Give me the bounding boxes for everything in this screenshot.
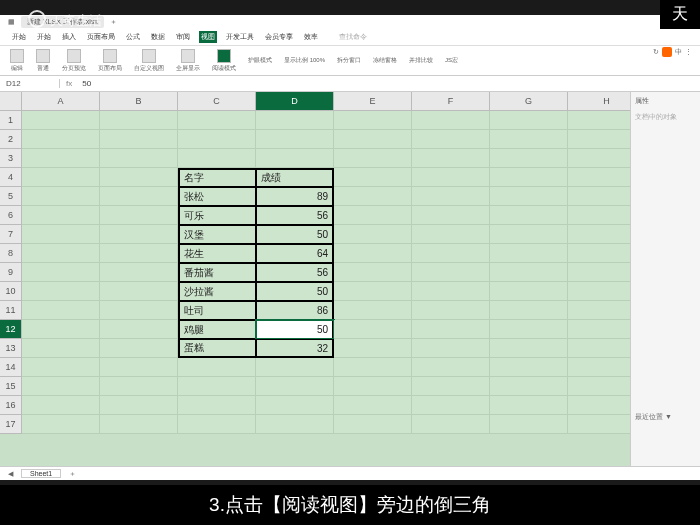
ribbon-split[interactable]: 拆分窗口 [337, 56, 361, 65]
cell-D16[interactable] [256, 396, 334, 415]
cell-D12[interactable]: 50 [256, 320, 334, 339]
cell-A16[interactable] [22, 396, 100, 415]
cell-B7[interactable] [100, 225, 178, 244]
cell-B16[interactable] [100, 396, 178, 415]
cell-G1[interactable] [490, 111, 568, 130]
cell-G8[interactable] [490, 244, 568, 263]
ribbon-layout[interactable]: 页面布局 [98, 49, 122, 73]
cell-C12[interactable]: 鸡腿 [178, 320, 256, 339]
row-header-3[interactable]: 3 [0, 149, 22, 168]
ribbon-fullscreen[interactable]: 全屏显示 [176, 49, 200, 73]
cell-A3[interactable] [22, 149, 100, 168]
col-header-C[interactable]: C [178, 92, 256, 111]
sync-icon[interactable]: ↻ [653, 48, 659, 56]
cell-E10[interactable] [334, 282, 412, 301]
cell-H6[interactable] [568, 206, 630, 225]
cell-B10[interactable] [100, 282, 178, 301]
cell-D10[interactable]: 50 [256, 282, 334, 301]
cell-D6[interactable]: 56 [256, 206, 334, 225]
row-header-14[interactable]: 14 [0, 358, 22, 377]
cell-E17[interactable] [334, 415, 412, 434]
cell-G15[interactable] [490, 377, 568, 396]
cell-E11[interactable] [334, 301, 412, 320]
cell-G16[interactable] [490, 396, 568, 415]
cell-E13[interactable] [334, 339, 412, 358]
row-header-8[interactable]: 8 [0, 244, 22, 263]
cell-B4[interactable] [100, 168, 178, 187]
cell-B11[interactable] [100, 301, 178, 320]
menu-item[interactable]: 开始 [35, 31, 53, 43]
cell-F2[interactable] [412, 130, 490, 149]
cell-G10[interactable] [490, 282, 568, 301]
cell-B9[interactable] [100, 263, 178, 282]
panel-recent[interactable]: 最近位置 ▼ [635, 412, 696, 422]
cell-A11[interactable] [22, 301, 100, 320]
cell-C8[interactable]: 花生 [178, 244, 256, 263]
col-header-A[interactable]: A [22, 92, 100, 111]
cell-C13[interactable]: 蛋糕 [178, 339, 256, 358]
col-header-H[interactable]: H [568, 92, 630, 111]
side-panel[interactable]: 属性 文档中的对象 最近位置 ▼ [630, 92, 700, 466]
cell-C6[interactable]: 可乐 [178, 206, 256, 225]
col-header-B[interactable]: B [100, 92, 178, 111]
cell-B17[interactable] [100, 415, 178, 434]
cell-G4[interactable] [490, 168, 568, 187]
col-header-E[interactable]: E [334, 92, 412, 111]
cell-D9[interactable]: 56 [256, 263, 334, 282]
cell-E12[interactable] [334, 320, 412, 339]
cell-C9[interactable]: 番茄酱 [178, 263, 256, 282]
sheet-nav-prev[interactable]: ◀ [8, 470, 13, 478]
name-box[interactable]: D12 [0, 79, 60, 88]
cell-A8[interactable] [22, 244, 100, 263]
cell-G13[interactable] [490, 339, 568, 358]
cell-C7[interactable]: 汉堡 [178, 225, 256, 244]
cell-G3[interactable] [490, 149, 568, 168]
cell-D5[interactable]: 89 [256, 187, 334, 206]
cell-H5[interactable] [568, 187, 630, 206]
sogou-icon[interactable] [662, 47, 672, 57]
menu-item[interactable]: 会员专享 [263, 31, 295, 43]
menu-item-view[interactable]: 视图 [199, 31, 217, 43]
menu-item[interactable]: 数据 [149, 31, 167, 43]
cell-F7[interactable] [412, 225, 490, 244]
cell-A5[interactable] [22, 187, 100, 206]
row-header-4[interactable]: 4 [0, 168, 22, 187]
cell-E7[interactable] [334, 225, 412, 244]
cell-D8[interactable]: 64 [256, 244, 334, 263]
cell-H17[interactable] [568, 415, 630, 434]
cell-D17[interactable] [256, 415, 334, 434]
ribbon-freeze[interactable]: 冻结窗格 [373, 56, 397, 65]
cell-B12[interactable] [100, 320, 178, 339]
sheet-tab[interactable]: Sheet1 [21, 469, 61, 478]
row-header-6[interactable]: 6 [0, 206, 22, 225]
cell-A7[interactable] [22, 225, 100, 244]
menu-item[interactable]: 开发工具 [224, 31, 256, 43]
cell-H11[interactable] [568, 301, 630, 320]
cell-B14[interactable] [100, 358, 178, 377]
formula-input[interactable]: 50 [78, 79, 700, 88]
cell-E14[interactable] [334, 358, 412, 377]
cell-D3[interactable] [256, 149, 334, 168]
cell-F10[interactable] [412, 282, 490, 301]
cell-C11[interactable]: 吐司 [178, 301, 256, 320]
cell-F3[interactable] [412, 149, 490, 168]
cell-F14[interactable] [412, 358, 490, 377]
menu-item[interactable]: 插入 [60, 31, 78, 43]
cell-E9[interactable] [334, 263, 412, 282]
cell-E16[interactable] [334, 396, 412, 415]
ribbon-eye[interactable]: 护眼模式 [248, 56, 272, 65]
cell-F5[interactable] [412, 187, 490, 206]
menu-item[interactable]: 审阅 [174, 31, 192, 43]
cell-A12[interactable] [22, 320, 100, 339]
cell-G11[interactable] [490, 301, 568, 320]
cell-D4[interactable]: 成绩 [256, 168, 334, 187]
cell-G12[interactable] [490, 320, 568, 339]
cell-B5[interactable] [100, 187, 178, 206]
cell-G6[interactable] [490, 206, 568, 225]
search-commands[interactable]: 查找命令 [337, 31, 369, 43]
ribbon-pagebreak[interactable]: 分页预览 [62, 49, 86, 73]
cell-C15[interactable] [178, 377, 256, 396]
add-sheet-button[interactable]: ＋ [69, 469, 76, 479]
cell-E3[interactable] [334, 149, 412, 168]
cell-G7[interactable] [490, 225, 568, 244]
